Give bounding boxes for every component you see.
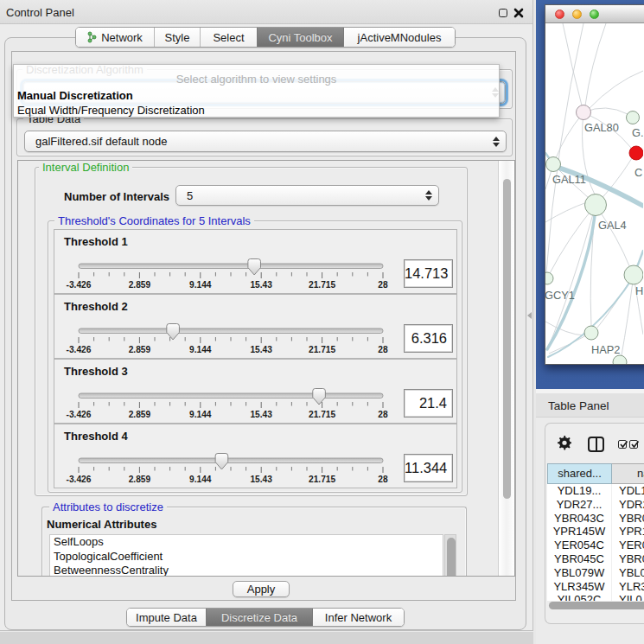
cell-shared-name[interactable]: YPR145W (547, 525, 612, 539)
unselect-all-checkbox-icon[interactable] (629, 440, 638, 449)
attribute-list-item[interactable]: SelfLoops (50, 535, 443, 550)
table-hscrollbar-thumb[interactable] (549, 602, 644, 609)
cell-shared-name[interactable]: YBL079W (547, 566, 612, 580)
cell-name[interactable]: YBR0 (612, 512, 644, 526)
attribute-list-item[interactable]: BetweennessCentrality (50, 564, 443, 576)
svg-text:2.859: 2.859 (129, 345, 151, 354)
network-edge (549, 205, 596, 275)
algorithm-option[interactable]: Manual Discretization (17, 89, 133, 102)
cell-shared-name[interactable]: YDR27... (547, 498, 612, 512)
threshold-label: Threshold 1 (64, 235, 128, 248)
tab-network[interactable]: Network (76, 28, 154, 47)
slider-thumb[interactable] (167, 324, 180, 341)
network-node[interactable] (627, 112, 640, 124)
table-row[interactable]: YDR27...YDR2 (547, 498, 644, 512)
cell-shared-name[interactable]: YER054C (547, 539, 612, 552)
svg-text:21.715: 21.715 (309, 280, 335, 290)
network-node[interactable] (577, 105, 591, 120)
cell-name[interactable]: YLR3 (612, 580, 644, 594)
attributes-scrollbar-thumb[interactable] (447, 538, 456, 577)
network-node[interactable] (585, 194, 607, 216)
table-row[interactable]: YPR145WYPR1 (547, 525, 644, 539)
tab-cyni-toolbox[interactable]: Cyni Toolbox (257, 28, 343, 47)
threshold-value-field[interactable]: 21.4 (404, 389, 453, 418)
tab-discretize-data[interactable]: Discretize Data (206, 609, 312, 626)
bottom-tab-bar: Impute DataDiscretize DataInfer Network (126, 608, 405, 627)
algorithm-option[interactable]: Equal Width/Frequency Discretization (17, 104, 205, 117)
mac-close-icon[interactable] (555, 10, 564, 19)
network-canvas[interactable]: GAL80G.CGAL11GAL4GCY1HHAP2 (545, 23, 643, 364)
settings-scrollbar[interactable] (498, 161, 514, 576)
float-window-icon[interactable] (499, 9, 507, 17)
close-icon[interactable] (513, 8, 524, 18)
table-row[interactable]: YBR043CYBR0 (547, 512, 644, 526)
threshold-slider[interactable]: -3.4262.8599.14415.4321.71528 (61, 386, 445, 422)
select-all-checkbox-icon[interactable] (618, 440, 627, 449)
table-row[interactable]: YER054CYER0 (547, 539, 644, 552)
desktop-strip (0, 632, 536, 644)
cell-name[interactable]: YDL1 (612, 484, 644, 498)
table-panel-title: Table Panel (548, 399, 609, 412)
apply-button[interactable]: Apply (233, 581, 290, 597)
threshold-slider[interactable]: -3.4262.8599.14415.4321.71528 (61, 321, 445, 357)
slider-thumb[interactable] (313, 389, 326, 405)
columns-icon[interactable] (588, 437, 604, 452)
network-edge (545, 322, 584, 335)
table-row[interactable]: YDL19...YDL1 (547, 484, 644, 498)
cell-name[interactable]: YER0 (612, 539, 644, 552)
top-tab-bar: NetworkStyleSelectCyni ToolboxjActiveMNo… (75, 27, 456, 48)
network-node[interactable] (629, 146, 643, 160)
number-of-intervals-combobox[interactable]: 5 (175, 185, 439, 206)
attributes-list-scrollbar[interactable] (444, 534, 456, 576)
network-window-titlebar[interactable] (545, 5, 644, 23)
threshold-slider[interactable]: -3.4262.8599.14415.4321.71528 (61, 450, 445, 487)
settings-scrollbar-thumb[interactable] (503, 179, 511, 499)
numerical-attributes-list[interactable]: SelfLoopsTopologicalCoefficientBetweenne… (49, 534, 443, 576)
table-horizontal-scrollbar[interactable] (547, 601, 644, 609)
table-row[interactable]: YBR045CYBR0 (547, 552, 644, 566)
attribute-list-item[interactable]: TopologicalCoefficient (50, 550, 443, 564)
slider-thumb[interactable] (215, 454, 228, 470)
table-row[interactable]: YLR345WYLR3 (547, 580, 644, 594)
network-node[interactable] (546, 157, 561, 172)
tab-jactivemnodules[interactable]: jActiveMNodules (343, 28, 455, 47)
tab-label: Style (165, 31, 190, 44)
network-node[interactable] (545, 272, 553, 284)
tab-style[interactable]: Style (154, 28, 200, 47)
threshold-slider[interactable]: -3.4262.8599.14415.4321.71528 (61, 256, 445, 292)
threshold-label: Threshold 2 (64, 300, 128, 313)
mac-zoom-icon[interactable] (590, 10, 599, 19)
tab-infer-network[interactable]: Infer Network (312, 609, 404, 626)
cell-shared-name[interactable]: YDL19... (547, 484, 612, 498)
table-row[interactable]: YBL079WYBL0 (547, 566, 644, 580)
cell-shared-name[interactable]: YBR043C (547, 512, 612, 526)
table-data-combobox[interactable]: galFiltered.sif default node (24, 131, 507, 152)
svg-text:9.144: 9.144 (189, 280, 212, 290)
cell-name[interactable]: YBR0 (612, 552, 644, 566)
svg-text:15.43: 15.43 (250, 410, 272, 419)
network-node[interactable] (584, 326, 598, 340)
cell-name[interactable]: YDR2 (612, 498, 644, 512)
threshold-value-field[interactable]: 6.316 (404, 324, 453, 353)
split-collapse-icon[interactable] (527, 312, 532, 319)
threshold-value-field[interactable]: 14.713 (404, 259, 453, 288)
mac-minimize-icon[interactable] (572, 10, 582, 19)
threshold-value-field[interactable]: 11.344 (404, 454, 453, 482)
tab-impute-data[interactable]: Impute Data (127, 609, 206, 626)
gear-icon[interactable] (557, 436, 573, 452)
svg-text:21.715: 21.715 (309, 345, 335, 354)
network-node[interactable] (613, 355, 627, 364)
network-node[interactable] (624, 265, 643, 284)
cell-name[interactable]: YBL0 (612, 566, 644, 580)
cell-shared-name[interactable]: YBR045C (547, 552, 612, 566)
thresholds-group-title: Threshold's Coordinates for 5 Intervals (54, 214, 254, 227)
column-header-shared-name[interactable]: shared... (547, 463, 612, 484)
network-node-label: GAL80 (584, 121, 619, 134)
cell-name[interactable]: YPR1 (612, 525, 644, 539)
cell-shared-name[interactable]: YLR345W (547, 580, 612, 594)
slider-thumb[interactable] (248, 259, 261, 276)
network-edge (546, 23, 583, 272)
settings-scroll-area: Interval Definition Number of Intervals … (17, 160, 515, 577)
tab-select[interactable]: Select (200, 28, 257, 47)
column-header-name[interactable]: na (612, 463, 644, 484)
